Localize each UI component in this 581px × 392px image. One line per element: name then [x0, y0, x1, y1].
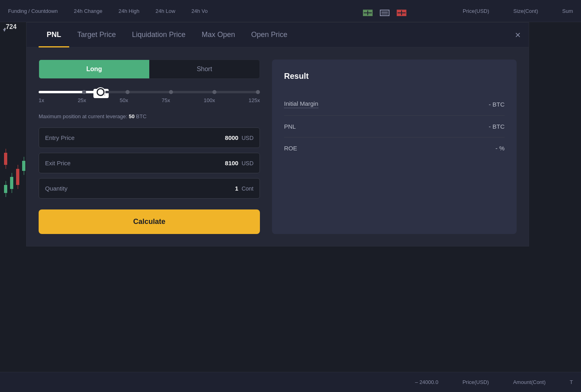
- svg-rect-1: [6, 181, 6, 197]
- exit-price-value-group: 8100 USD: [225, 160, 253, 166]
- entry-price-field[interactable]: Entry Price 8000 USD: [39, 127, 260, 148]
- max-position-unit: BTC: [136, 113, 146, 119]
- max-position-value: 50: [129, 113, 134, 119]
- quantity-field[interactable]: Quantity 1 Cont: [39, 178, 260, 199]
- label-1x: 1x: [39, 97, 44, 103]
- result-title: Result: [284, 72, 505, 81]
- tabs-bar: PNL Target Price Liquidation Price Max O…: [27, 23, 529, 47]
- result-row-initial-margin: Initial Margin - BTC: [284, 93, 505, 116]
- tab-max-open[interactable]: Max Open: [194, 23, 243, 47]
- bg-bottom-price-usd: Price(USD): [462, 379, 489, 385]
- exit-price-label: Exit Price: [45, 160, 70, 166]
- exit-price-unit: USD: [241, 160, 253, 166]
- bg-price-arrow: ▼: [2, 27, 7, 33]
- bg-bottom-bar: – 24000.0 Price(USD) Amount(Cont) T: [0, 372, 581, 392]
- result-row-pnl: PNL - BTC: [284, 116, 505, 138]
- exit-price-field[interactable]: Exit Price 8100 USD: [39, 153, 260, 173]
- label-50x: 50x: [119, 97, 128, 103]
- calculate-button[interactable]: Calculate: [39, 209, 260, 234]
- roe-label: ROE: [284, 145, 297, 152]
- dot-50x: [126, 90, 130, 94]
- exit-price-value: 8100: [225, 160, 238, 166]
- col-price: Price(USD): [463, 8, 489, 14]
- quantity-value: 1: [235, 185, 238, 192]
- grid-icon-3: [397, 10, 406, 16]
- leverage-thumb[interactable]: [97, 88, 105, 96]
- bg-bottom-price-ref: – 24000.0: [415, 379, 439, 385]
- leverage-section: 20x 1x 25x 50x: [39, 91, 260, 103]
- leverage-slider-track[interactable]: [39, 91, 260, 93]
- bg-header-vol: 24h Vo: [192, 8, 208, 14]
- long-short-toggle: Long Short: [39, 60, 260, 79]
- short-button[interactable]: Short: [149, 60, 260, 78]
- bg-header: Funding / Countdown 24h Change 24h High …: [0, 0, 581, 22]
- result-row-roe: ROE - %: [284, 138, 505, 159]
- label-25x: 25x: [78, 97, 86, 103]
- left-panel: Long Short 20x: [39, 60, 272, 234]
- svg-rect-5: [18, 165, 18, 189]
- bg-header-change: 24h Change: [74, 8, 103, 14]
- long-button[interactable]: Long: [39, 60, 149, 78]
- result-panel: Result Initial Margin - BTC PNL - BTC RO…: [272, 60, 517, 234]
- bg-header-funding: Funding / Countdown: [8, 8, 58, 14]
- tab-pnl[interactable]: PNL: [39, 23, 69, 47]
- label-100x: 100x: [204, 97, 215, 103]
- bg-bottom-amount: Amount(Cont): [513, 379, 546, 385]
- svg-rect-7: [24, 157, 24, 175]
- close-button[interactable]: ×: [515, 29, 521, 41]
- leverage-fill: [39, 91, 101, 93]
- entry-price-label: Entry Price: [45, 134, 74, 141]
- entry-price-value-group: 8000 USD: [225, 134, 253, 141]
- tab-target-price[interactable]: Target Price: [69, 23, 124, 47]
- bg-header-low: 24h Low: [155, 8, 175, 14]
- svg-rect-3: [12, 173, 12, 193]
- entry-price-unit: USD: [241, 135, 253, 141]
- tab-liquidation-price[interactable]: Liquidation Price: [124, 23, 194, 47]
- dot-100x: [212, 90, 216, 94]
- dot-75x: [169, 90, 173, 94]
- svg-rect-9: [6, 149, 6, 169]
- entry-price-group: Entry Price 8000 USD: [39, 127, 260, 148]
- label-125x: 125x: [249, 97, 260, 103]
- slider-labels: 1x 25x 50x 75x 100x 125x: [39, 97, 260, 103]
- panel-content: Long Short 20x: [27, 47, 529, 246]
- quantity-group: Quantity 1 Cont: [39, 178, 260, 199]
- quantity-label: Quantity: [45, 185, 68, 192]
- dot-125x: [256, 90, 260, 94]
- bg-icons-group: [363, 10, 406, 16]
- bg-header-high: 24h High: [118, 8, 139, 14]
- grid-icon-1: [363, 10, 373, 16]
- pnl-label: PNL: [284, 123, 296, 130]
- pnl-value: - BTC: [489, 123, 505, 130]
- exit-price-group: Exit Price 8100 USD: [39, 153, 260, 173]
- calculator-panel: PNL Target Price Liquidation Price Max O…: [26, 22, 529, 246]
- entry-price-value: 8000: [225, 134, 238, 141]
- roe-value: - %: [496, 145, 505, 152]
- col-size: Size(Cont): [513, 8, 538, 14]
- label-75x: 75x: [162, 97, 170, 103]
- max-position-text: Maximum position at current leverage: 50…: [39, 113, 260, 119]
- col-sum: Sum: [562, 8, 573, 14]
- grid-icon-2: [380, 10, 389, 16]
- tab-open-price[interactable]: Open Price: [243, 23, 295, 47]
- quantity-unit: Cont: [241, 185, 253, 192]
- bg-column-headers: Price(USD) Size(Cont) Sum: [463, 8, 573, 14]
- bg-bottom-t: T: [570, 379, 573, 385]
- initial-margin-label: Initial Margin: [284, 100, 318, 108]
- initial-margin-value: - BTC: [489, 101, 505, 108]
- quantity-value-group: 1 Cont: [235, 185, 253, 192]
